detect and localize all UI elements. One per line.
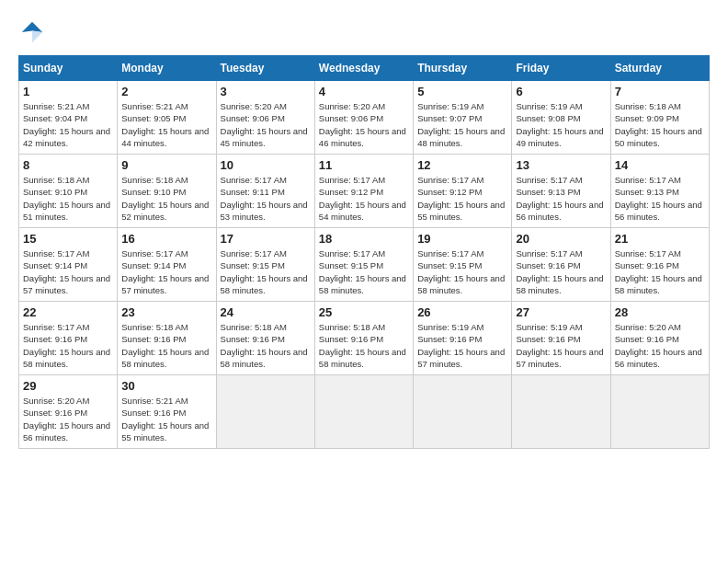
empty-cell xyxy=(414,375,512,449)
day-cell-19: 19Sunrise: 5:17 AMSunset: 9:15 PMDayligh… xyxy=(414,228,512,302)
day-number: 18 xyxy=(319,232,409,246)
day-info: Sunrise: 5:20 AMSunset: 9:06 PMDaylight:… xyxy=(319,100,409,149)
day-info: Sunrise: 5:20 AMSunset: 9:06 PMDaylight:… xyxy=(221,100,311,149)
day-info: Sunrise: 5:18 AMSunset: 9:16 PMDaylight:… xyxy=(221,321,311,370)
day-cell-25: 25Sunrise: 5:18 AMSunset: 9:16 PMDayligh… xyxy=(314,302,413,375)
day-number: 17 xyxy=(221,232,311,246)
day-number: 30 xyxy=(121,379,211,393)
day-info: Sunrise: 5:17 AMSunset: 9:15 PMDaylight:… xyxy=(417,247,507,296)
header-monday: Monday xyxy=(118,56,216,81)
logo-icon xyxy=(18,18,46,46)
calendar-table: Sunday Monday Tuesday Wednesday Thursday… xyxy=(18,55,710,449)
day-cell-20: 20Sunrise: 5:17 AMSunset: 9:16 PMDayligh… xyxy=(512,228,610,302)
header-sunday: Sunday xyxy=(19,56,118,81)
day-number: 23 xyxy=(121,305,211,319)
day-info: Sunrise: 5:17 AMSunset: 9:15 PMDaylight:… xyxy=(319,247,409,296)
day-number: 14 xyxy=(615,158,705,172)
day-info: Sunrise: 5:17 AMSunset: 9:14 PMDaylight:… xyxy=(23,247,113,296)
calendar-week-5: 29Sunrise: 5:20 AMSunset: 9:16 PMDayligh… xyxy=(19,375,710,449)
day-number: 27 xyxy=(516,305,606,319)
day-cell-29: 29Sunrise: 5:20 AMSunset: 9:16 PMDayligh… xyxy=(19,375,118,449)
day-cell-17: 17Sunrise: 5:17 AMSunset: 9:15 PMDayligh… xyxy=(216,228,314,302)
day-info: Sunrise: 5:18 AMSunset: 9:16 PMDaylight:… xyxy=(121,321,211,370)
day-number: 13 xyxy=(516,158,606,172)
day-cell-1: 1Sunrise: 5:21 AMSunset: 9:04 PMDaylight… xyxy=(19,81,118,155)
day-cell-27: 27Sunrise: 5:19 AMSunset: 9:16 PMDayligh… xyxy=(512,302,610,375)
day-info: Sunrise: 5:20 AMSunset: 9:16 PMDaylight:… xyxy=(615,321,705,370)
day-info: Sunrise: 5:18 AMSunset: 9:10 PMDaylight:… xyxy=(121,174,211,223)
header-thursday: Thursday xyxy=(414,56,512,81)
day-info: Sunrise: 5:20 AMSunset: 9:16 PMDaylight:… xyxy=(23,395,113,443)
calendar-week-3: 15Sunrise: 5:17 AMSunset: 9:14 PMDayligh… xyxy=(19,228,710,302)
day-cell-14: 14Sunrise: 5:17 AMSunset: 9:13 PMDayligh… xyxy=(610,155,709,228)
day-number: 26 xyxy=(417,305,507,319)
day-number: 3 xyxy=(221,85,311,98)
day-info: Sunrise: 5:19 AMSunset: 9:16 PMDaylight:… xyxy=(417,321,507,370)
day-number: 1 xyxy=(23,85,113,98)
empty-cell xyxy=(610,375,709,449)
svg-marker-0 xyxy=(22,22,43,32)
header-saturday: Saturday xyxy=(610,56,709,81)
calendar-week-2: 8Sunrise: 5:18 AMSunset: 9:10 PMDaylight… xyxy=(19,155,710,228)
day-info: Sunrise: 5:19 AMSunset: 9:07 PMDaylight:… xyxy=(417,100,507,149)
day-number: 11 xyxy=(319,158,409,172)
day-number: 2 xyxy=(121,85,211,98)
day-info: Sunrise: 5:17 AMSunset: 9:11 PMDaylight:… xyxy=(221,174,311,223)
day-number: 20 xyxy=(516,232,606,246)
day-info: Sunrise: 5:17 AMSunset: 9:16 PMDaylight:… xyxy=(23,321,113,370)
day-cell-22: 22Sunrise: 5:17 AMSunset: 9:16 PMDayligh… xyxy=(19,302,118,375)
day-cell-26: 26Sunrise: 5:19 AMSunset: 9:16 PMDayligh… xyxy=(414,302,512,375)
day-number: 25 xyxy=(319,305,409,319)
day-info: Sunrise: 5:19 AMSunset: 9:16 PMDaylight:… xyxy=(516,321,606,370)
calendar-week-4: 22Sunrise: 5:17 AMSunset: 9:16 PMDayligh… xyxy=(19,302,710,375)
day-cell-13: 13Sunrise: 5:17 AMSunset: 9:13 PMDayligh… xyxy=(512,155,610,228)
logo xyxy=(18,18,51,46)
empty-cell xyxy=(512,375,610,449)
calendar-week-1: 1Sunrise: 5:21 AMSunset: 9:04 PMDaylight… xyxy=(19,81,710,155)
day-info: Sunrise: 5:17 AMSunset: 9:15 PMDaylight:… xyxy=(221,247,311,296)
day-number: 24 xyxy=(221,305,311,319)
day-number: 10 xyxy=(221,158,311,172)
header-wednesday: Wednesday xyxy=(314,56,413,81)
day-info: Sunrise: 5:21 AMSunset: 9:16 PMDaylight:… xyxy=(121,395,211,443)
day-cell-12: 12Sunrise: 5:17 AMSunset: 9:12 PMDayligh… xyxy=(414,155,512,228)
day-number: 7 xyxy=(615,85,705,98)
day-cell-3: 3Sunrise: 5:20 AMSunset: 9:06 PMDaylight… xyxy=(216,81,314,155)
day-info: Sunrise: 5:18 AMSunset: 9:10 PMDaylight:… xyxy=(23,174,113,223)
day-number: 8 xyxy=(23,158,113,172)
day-info: Sunrise: 5:21 AMSunset: 9:04 PMDaylight:… xyxy=(23,100,113,149)
day-cell-23: 23Sunrise: 5:18 AMSunset: 9:16 PMDayligh… xyxy=(118,302,216,375)
day-info: Sunrise: 5:21 AMSunset: 9:05 PMDaylight:… xyxy=(121,100,211,149)
day-cell-28: 28Sunrise: 5:20 AMSunset: 9:16 PMDayligh… xyxy=(610,302,709,375)
day-cell-5: 5Sunrise: 5:19 AMSunset: 9:07 PMDaylight… xyxy=(414,81,512,155)
day-cell-21: 21Sunrise: 5:17 AMSunset: 9:16 PMDayligh… xyxy=(610,228,709,302)
day-number: 12 xyxy=(417,158,507,172)
day-cell-7: 7Sunrise: 5:18 AMSunset: 9:09 PMDaylight… xyxy=(610,81,709,155)
day-number: 28 xyxy=(615,305,705,319)
header-friday: Friday xyxy=(512,56,610,81)
day-number: 9 xyxy=(121,158,211,172)
day-cell-18: 18Sunrise: 5:17 AMSunset: 9:15 PMDayligh… xyxy=(314,228,413,302)
header-row: Sunday Monday Tuesday Wednesday Thursday… xyxy=(19,56,710,81)
day-info: Sunrise: 5:17 AMSunset: 9:16 PMDaylight:… xyxy=(615,247,705,296)
day-cell-16: 16Sunrise: 5:17 AMSunset: 9:14 PMDayligh… xyxy=(118,228,216,302)
day-info: Sunrise: 5:19 AMSunset: 9:08 PMDaylight:… xyxy=(516,100,606,149)
day-cell-4: 4Sunrise: 5:20 AMSunset: 9:06 PMDaylight… xyxy=(314,81,413,155)
day-number: 6 xyxy=(516,85,606,98)
day-cell-6: 6Sunrise: 5:19 AMSunset: 9:08 PMDaylight… xyxy=(512,81,610,155)
day-cell-30: 30Sunrise: 5:21 AMSunset: 9:16 PMDayligh… xyxy=(118,375,216,449)
day-number: 21 xyxy=(615,232,705,246)
day-cell-24: 24Sunrise: 5:18 AMSunset: 9:16 PMDayligh… xyxy=(216,302,314,375)
svg-marker-1 xyxy=(32,31,42,43)
header-tuesday: Tuesday xyxy=(216,56,314,81)
empty-cell xyxy=(216,375,314,449)
empty-cell xyxy=(314,375,413,449)
day-number: 22 xyxy=(23,305,113,319)
day-info: Sunrise: 5:18 AMSunset: 9:09 PMDaylight:… xyxy=(615,100,705,149)
day-info: Sunrise: 5:18 AMSunset: 9:16 PMDaylight:… xyxy=(319,321,409,370)
day-number: 15 xyxy=(23,232,113,246)
day-cell-2: 2Sunrise: 5:21 AMSunset: 9:05 PMDaylight… xyxy=(118,81,216,155)
day-number: 16 xyxy=(121,232,211,246)
day-info: Sunrise: 5:17 AMSunset: 9:12 PMDaylight:… xyxy=(417,174,507,223)
day-cell-10: 10Sunrise: 5:17 AMSunset: 9:11 PMDayligh… xyxy=(216,155,314,228)
